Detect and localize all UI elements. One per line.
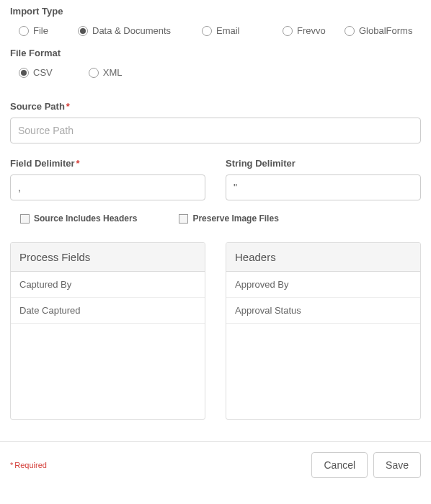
- source-headers-checkbox[interactable]: Source Includes Headers: [20, 213, 137, 224]
- radio-icon: [202, 26, 212, 36]
- radio-data-documents[interactable]: Data & Documents: [78, 25, 202, 36]
- radio-icon: [78, 26, 88, 36]
- save-button[interactable]: Save: [373, 452, 421, 478]
- checkbox-icon: [179, 214, 188, 224]
- radio-icon: [89, 68, 99, 78]
- import-type-label: Import Type: [10, 6, 421, 17]
- radio-label: Email: [216, 25, 240, 36]
- source-path-input[interactable]: [10, 118, 421, 143]
- list-item[interactable]: Approval Status: [226, 298, 420, 324]
- field-delimiter-label: Field Delimiter*: [10, 158, 205, 169]
- radio-label: CSV: [33, 67, 53, 78]
- checkbox-icon: [20, 214, 30, 224]
- headers-header: Headers: [226, 243, 420, 272]
- radio-icon: [283, 26, 293, 36]
- process-fields-panel: Process Fields Captured By Date Captured: [10, 242, 205, 420]
- source-path-label: Source Path*: [10, 101, 421, 112]
- checkbox-label: Preserve Image Files: [192, 213, 278, 224]
- import-type-group: File Data & Documents Email Frevvo Globa…: [10, 25, 421, 36]
- headers-panel: Headers Approved By Approval Status: [226, 242, 421, 420]
- field-delimiter-input[interactable]: [10, 174, 205, 200]
- list-item[interactable]: Captured By: [11, 272, 205, 298]
- required-asterisk-icon: *: [76, 158, 80, 169]
- radio-icon: [19, 26, 29, 36]
- file-format-label: File Format: [10, 48, 421, 58]
- radio-file[interactable]: File: [19, 25, 78, 36]
- radio-icon: [19, 68, 29, 78]
- radio-icon: [345, 26, 355, 36]
- cancel-button[interactable]: Cancel: [311, 452, 368, 478]
- preserve-images-checkbox[interactable]: Preserve Image Files: [179, 213, 278, 224]
- radio-label: XML: [103, 67, 123, 78]
- radio-csv[interactable]: CSV: [19, 67, 53, 78]
- required-asterisk-icon: *: [10, 461, 13, 469]
- string-delimiter-input[interactable]: [226, 174, 421, 200]
- list-item[interactable]: Date Captured: [11, 298, 205, 324]
- radio-frevvo[interactable]: Frevvo: [283, 25, 345, 36]
- radio-label: GlobalForms: [359, 25, 412, 36]
- radio-xml[interactable]: XML: [89, 67, 123, 78]
- radio-email[interactable]: Email: [202, 25, 283, 36]
- checkbox-label: Source Includes Headers: [34, 213, 137, 224]
- file-format-group: CSV XML: [10, 67, 421, 78]
- string-delimiter-label: String Delimiter: [226, 158, 421, 169]
- required-note: *Required: [10, 461, 47, 469]
- radio-label: File: [33, 25, 48, 36]
- process-fields-header: Process Fields: [11, 243, 205, 272]
- required-asterisk-icon: *: [66, 101, 70, 112]
- radio-globalforms[interactable]: GlobalForms: [345, 25, 412, 36]
- radio-label: Frevvo: [297, 25, 326, 36]
- radio-label: Data & Documents: [92, 25, 171, 36]
- list-item[interactable]: Approved By: [226, 272, 420, 298]
